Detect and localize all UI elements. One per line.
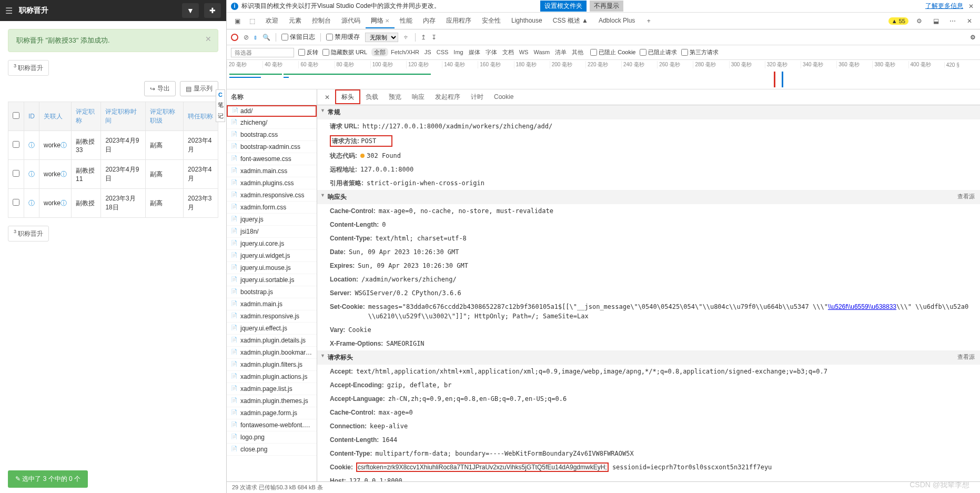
- detail-tab[interactable]: 计时: [466, 90, 489, 103]
- learn-more-link[interactable]: 了解更多信息: [925, 2, 963, 11]
- breadcrumb[interactable]: 3 职称晋升: [8, 60, 49, 76]
- menu-icon[interactable]: ☰: [5, 6, 13, 16]
- record-button[interactable]: [231, 34, 238, 41]
- person-cell[interactable]: workeⓘ: [39, 131, 72, 160]
- request-item[interactable]: jquery.ui.effect.js: [227, 323, 317, 335]
- request-item[interactable]: xadmin.plugin.details.js: [227, 335, 317, 347]
- filter-type[interactable]: WS: [517, 48, 531, 56]
- row-checkbox[interactable]: [13, 141, 19, 148]
- filter-type[interactable]: 文档: [500, 48, 517, 56]
- detail-tab[interactable]: 发起程序: [430, 90, 466, 103]
- request-item[interactable]: xadmin.main.css: [227, 165, 317, 177]
- devtools-tab[interactable]: 应用程序: [441, 14, 477, 27]
- download-icon[interactable]: ↧: [431, 34, 437, 41]
- inspect-icon[interactable]: ▣: [231, 15, 244, 27]
- request-item[interactable]: jquery.ui.mouse.js: [227, 262, 317, 274]
- select-all-checkbox[interactable]: [13, 112, 19, 119]
- request-item[interactable]: xadmin.plugin.filters.js: [227, 359, 317, 371]
- filter-type[interactable]: Fetch/XHR: [388, 48, 422, 56]
- filter-type[interactable]: 全部: [371, 48, 388, 56]
- row-checkbox[interactable]: [13, 199, 19, 206]
- section-header[interactable]: 响应头查看源: [317, 190, 980, 204]
- request-item[interactable]: bootstrap-xadmin.css: [227, 141, 317, 153]
- timeline[interactable]: 20 毫秒40 毫秒60 毫秒80 毫秒100 毫秒120 毫秒140 毫秒16…: [227, 60, 980, 89]
- blocked-cookie-checkbox[interactable]: 已阻止 Cookie: [590, 48, 635, 56]
- request-item[interactable]: xadmin.plugins.css: [227, 177, 317, 189]
- id-cell[interactable]: ⓘ: [24, 131, 39, 160]
- wifi-icon[interactable]: ᯤ: [403, 34, 410, 41]
- devtools-tab[interactable]: 安全性: [477, 14, 506, 27]
- filter-type[interactable]: Img: [451, 48, 466, 56]
- request-item[interactable]: close.png: [227, 444, 317, 456]
- dont-show-button[interactable]: 不再显示: [590, 1, 623, 12]
- detail-tab[interactable]: 响应: [407, 90, 430, 103]
- person-cell[interactable]: workeⓘ: [39, 189, 72, 218]
- selection-count-button[interactable]: ✎ 选中了 3 个中的 0 个: [8, 470, 88, 488]
- issues-badge[interactable]: ▲ 55: [888, 17, 908, 25]
- column-header[interactable]: 评定职称: [72, 102, 101, 131]
- request-item[interactable]: bootstrap.js: [227, 286, 317, 298]
- request-item[interactable]: jquery.js: [227, 214, 317, 226]
- devtools-tab[interactable]: 源代码: [336, 14, 366, 27]
- devtools-tab[interactable]: CSS 概述 ▲: [548, 14, 593, 27]
- devtools-tab[interactable]: 元素: [284, 14, 307, 27]
- id-cell[interactable]: ⓘ: [24, 160, 39, 189]
- request-item[interactable]: logo.png: [227, 431, 317, 444]
- export-button[interactable]: ↪ 导出: [144, 81, 176, 96]
- filter-type[interactable]: Wasm: [531, 48, 552, 56]
- request-item[interactable]: bootstrap.css: [227, 129, 317, 141]
- request-item[interactable]: zhicheng/: [227, 117, 317, 129]
- detail-tab[interactable]: 标头: [335, 89, 360, 104]
- filter-type[interactable]: JS: [422, 48, 434, 56]
- clear-icon[interactable]: ⊘: [244, 34, 249, 41]
- close-icon[interactable]: ✕: [966, 3, 976, 10]
- column-header[interactable]: 评定职称时间: [101, 102, 145, 131]
- filter-type[interactable]: 字体: [483, 48, 500, 56]
- column-header[interactable]: 关联人: [39, 102, 72, 131]
- request-item[interactable]: fontawesome-webfont.woff?v...: [227, 419, 317, 431]
- request-item[interactable]: xadmin.form.css: [227, 202, 317, 214]
- close-icon[interactable]: ✕: [321, 94, 333, 101]
- request-item[interactable]: xadmin.responsive.css: [227, 189, 317, 202]
- section-header[interactable]: 常规: [317, 105, 980, 119]
- detail-tab[interactable]: Cookie: [489, 90, 519, 103]
- breadcrumb[interactable]: 3 职称晋升: [8, 226, 49, 242]
- row-checkbox[interactable]: [13, 170, 19, 177]
- close-icon[interactable]: ✕: [963, 15, 976, 27]
- person-cell[interactable]: workeⓘ: [39, 160, 72, 189]
- view-source-link[interactable]: 查看源: [957, 193, 975, 202]
- devtools-tab[interactable]: 网络✕: [366, 14, 395, 28]
- request-item[interactable]: font-awesome.css: [227, 153, 317, 165]
- third-party-checkbox[interactable]: 第三方请求: [681, 48, 719, 56]
- request-item[interactable]: xadmin.plugin.themes.js: [227, 395, 317, 407]
- hide-data-checkbox[interactable]: 隐藏数据 URL: [322, 48, 367, 56]
- id-cell[interactable]: ⓘ: [24, 189, 39, 218]
- blocked-req-checkbox[interactable]: 已阻止请求: [640, 48, 677, 56]
- name-column-header[interactable]: 名称: [227, 89, 317, 105]
- disable-cache-checkbox[interactable]: 禁用缓存: [326, 33, 360, 42]
- upload-icon[interactable]: ↥: [421, 34, 426, 41]
- request-item[interactable]: jquery.ui.widget.js: [227, 250, 317, 262]
- filter-type[interactable]: 其他: [569, 48, 586, 56]
- throttle-select[interactable]: 无限制: [365, 33, 398, 42]
- request-item[interactable]: xadmin.plugin.actions.js: [227, 371, 317, 383]
- view-source-link[interactable]: 查看源: [957, 353, 975, 362]
- request-item[interactable]: xadmin.main.js: [227, 298, 317, 310]
- column-header[interactable]: ID: [24, 102, 39, 131]
- invert-checkbox[interactable]: 反转: [298, 48, 318, 56]
- filter-input[interactable]: [231, 48, 294, 57]
- section-header[interactable]: 请求标头查看源: [317, 350, 980, 365]
- devtools-tab[interactable]: Adblock Plus: [593, 14, 640, 27]
- request-item[interactable]: xadmin.page.form.js: [227, 407, 317, 419]
- close-icon[interactable]: ✕: [205, 35, 211, 43]
- devtools-tab[interactable]: 欢迎: [260, 14, 284, 27]
- set-root-button[interactable]: 设置根文件夹: [540, 1, 587, 12]
- request-item[interactable]: jquery.ui.core.js: [227, 238, 317, 250]
- devtools-tab[interactable]: 内存: [418, 14, 441, 27]
- gear-icon[interactable]: ⚙: [913, 15, 925, 27]
- add-icon[interactable]: ✚: [204, 3, 221, 18]
- request-item[interactable]: jquery.ui.sortable.js: [227, 274, 317, 286]
- preserve-log-checkbox[interactable]: 保留日志: [281, 33, 315, 42]
- gear-icon[interactable]: ⚙: [970, 34, 976, 41]
- detail-tab[interactable]: 预览: [383, 90, 407, 103]
